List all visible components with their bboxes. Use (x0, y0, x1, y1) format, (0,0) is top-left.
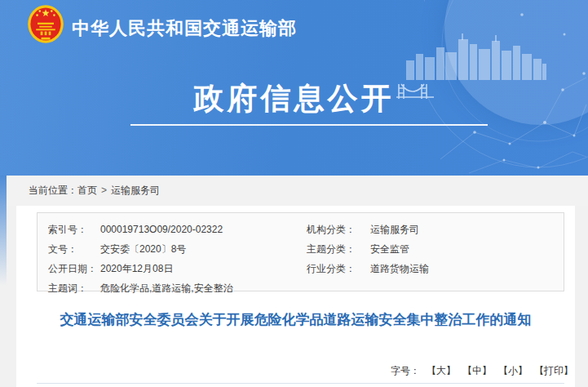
font-size-medium-button[interactable]: 【中】 (462, 364, 492, 378)
banner-title: 政府信息公开 (0, 78, 588, 119)
left-edge-gradient (0, 176, 7, 286)
meta-column-left: 索引号： 000019713O09/2020-02322 文号： 交安委〔202… (48, 220, 307, 291)
print-button[interactable]: 【打印】 (534, 364, 573, 378)
font-size-small-button[interactable]: 【小】 (498, 364, 528, 378)
document-meta-table: 索引号： 000019713O09/2020-02322 文号： 交安委〔202… (37, 212, 564, 291)
meta-label: 行业分类： (307, 262, 370, 276)
banner-underline (130, 124, 488, 126)
meta-value-keywords: 危险化学品,道路运输,安全整治 (100, 282, 307, 296)
document-title: 交通运输部安全委员会关于开展危险化学品道路运输安全集中整治工作的通知 (60, 310, 532, 330)
meta-value-industry-category: 道路货物运输 (370, 262, 564, 276)
meta-value-agency: 运输服务司 (370, 223, 564, 237)
font-size-controls: 字号： 【大】 【中】 【小】 【打印】 (391, 364, 573, 378)
meta-value-topic-category: 安全监管 (370, 242, 564, 256)
font-size-large-button[interactable]: 【大】 (427, 364, 456, 378)
breadcrumb-home-link[interactable]: 首页 (77, 185, 97, 196)
table-row: 公开日期： 2020年12月08日 (48, 259, 307, 278)
meta-label: 机构分类： (307, 223, 370, 237)
meta-label: 文号： (48, 242, 100, 256)
breadcrumb-label: 当前位置： (29, 185, 77, 196)
breadcrumb-current-link[interactable]: 运输服务司 (111, 185, 160, 196)
city-skyline-icon (406, 33, 546, 80)
table-row: 索引号： 000019713O09/2020-02322 (48, 220, 307, 239)
meta-column-right: 机构分类： 运输服务司 主题分类： 安全监管 行业分类： 道路货物运输 (307, 220, 564, 291)
page: 中华人民共和国交通运输部 政府信息公开 当前位置：首页>运输服务司 索引号： 0… (0, 0, 588, 387)
table-row: 主题分类： 安全监管 (307, 239, 564, 259)
meta-value-index-number: 000019713O09/2020-02322 (100, 224, 307, 235)
meta-label: 主题词： (48, 282, 100, 296)
title-divider (37, 383, 564, 384)
meta-value-publish-date: 2020年12月08日 (100, 262, 307, 276)
meta-label: 索引号： (48, 223, 100, 237)
meta-label: 主题分类： (307, 242, 370, 256)
font-size-label: 字号： (391, 364, 420, 378)
table-row: 机构分类： 运输服务司 (307, 220, 564, 239)
table-row: 文号： 交安委〔2020〕8号 (48, 239, 307, 259)
site-header: 中华人民共和国交通运输部 政府信息公开 (0, 0, 588, 176)
breadcrumb-separator: > (101, 185, 107, 196)
table-row: 主题词： 危险化学品,道路运输,安全整治 (48, 278, 307, 298)
breadcrumb: 当前位置：首页>运输服务司 (0, 176, 588, 206)
meta-value-doc-number: 交安委〔2020〕8号 (100, 242, 307, 256)
national-emblem-icon (27, 4, 64, 44)
site-title: 中华人民共和国交通运输部 (72, 16, 297, 41)
meta-label: 公开日期： (48, 262, 100, 276)
table-row: 行业分类： 道路货物运输 (307, 259, 564, 278)
content-card: 索引号： 000019713O09/2020-02322 文号： 交安委〔202… (16, 206, 575, 387)
